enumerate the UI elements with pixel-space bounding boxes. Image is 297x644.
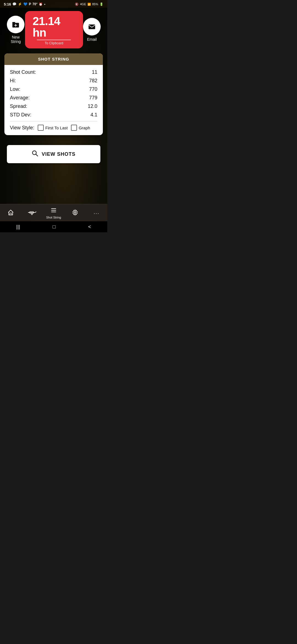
temperature-display: 70° — [32, 2, 37, 6]
android-recent-button[interactable]: ||| — [16, 224, 20, 230]
velocity-underline — [37, 40, 71, 40]
wifi-icon: 📶 — [87, 3, 91, 6]
email-button[interactable]: Email — [83, 18, 101, 42]
nav-more-button[interactable]: ··· — [88, 211, 105, 216]
status-time: 5:16 — [4, 2, 11, 6]
velocity-display: 21.14 hn To Clipboard — [25, 11, 83, 48]
stat-value-average: 779 — [89, 95, 97, 101]
card-body: Shot Count: 11 Hi: 782 Low: 770 Average:… — [4, 65, 103, 135]
nav-shot-string-button[interactable]: Shot String — [45, 208, 62, 219]
stat-label-low: Low: — [10, 86, 20, 92]
card-divider — [10, 121, 97, 121]
nav-settings-button[interactable] — [67, 209, 83, 217]
stat-label-stddev: STD Dev: — [10, 112, 31, 118]
folder-plus-icon — [12, 21, 20, 28]
svg-rect-3 — [89, 24, 95, 29]
nav-home-button[interactable] — [2, 209, 19, 217]
clipboard-hint: To Clipboard — [45, 41, 63, 45]
stat-row-low: Low: 770 — [10, 86, 97, 92]
mute-icon: 🔇 — [75, 2, 79, 6]
velocity-value: 21.14 hn — [33, 15, 76, 39]
new-string-label: New String — [7, 35, 25, 44]
android-back-button[interactable]: < — [88, 224, 91, 230]
view-style-label: View Style: — [10, 125, 34, 131]
email-icon — [88, 23, 96, 31]
email-icon-circle — [83, 18, 101, 36]
checkbox-first-to-last[interactable]: First To Last — [38, 125, 68, 131]
message-icon: 💬 — [12, 2, 16, 6]
home-icon — [7, 209, 14, 217]
stat-label-average: Average: — [10, 95, 30, 101]
stat-row-spread: Spread: 12.0 — [10, 103, 97, 109]
stat-row-shot-count: Shot Count: 11 — [10, 69, 97, 75]
svg-line-5 — [36, 154, 38, 156]
checkbox-graph-box[interactable] — [71, 125, 77, 131]
stat-value-low: 770 — [89, 86, 97, 92]
shot-string-card: SHOT STRING Shot Count: 11 Hi: 782 Low: … — [4, 53, 103, 135]
status-left: 5:16 💬 ⚡ 💙 P 70° ⏰ ● — [4, 2, 45, 6]
new-string-icon-circle — [7, 16, 24, 33]
signal-label: 4GE — [80, 2, 86, 6]
checkbox-graph-label: Graph — [79, 125, 90, 130]
checkbox-first-to-last-label: First To Last — [45, 125, 68, 130]
card-header: SHOT STRING — [4, 53, 103, 65]
dot-indicator: ● — [44, 3, 45, 6]
gear-icon — [72, 209, 78, 217]
status-bar: 5:16 💬 ⚡ 💙 P 70° ⏰ ● 🔇 4GE 📶 85% 🔋 — [0, 0, 107, 8]
svg-line-9 — [35, 212, 36, 212]
new-string-button[interactable]: New String — [7, 16, 25, 44]
status-right: 🔇 4GE 📶 85% 🔋 — [75, 2, 103, 6]
nav-shot-string-label: Shot String — [46, 216, 61, 219]
battery-label: 85% — [92, 2, 98, 6]
card-header-text: SHOT STRING — [38, 57, 69, 61]
fb-messenger-icon: 💙 — [23, 2, 28, 6]
checkbox-first-to-last-box[interactable] — [38, 125, 44, 131]
paypal-icon: P — [29, 2, 31, 6]
stat-value-shot-count: 11 — [92, 69, 97, 75]
android-nav-bar: ||| □ < — [0, 221, 107, 232]
rifle-icon — [28, 210, 36, 217]
email-label: Email — [87, 37, 97, 42]
search-icon — [32, 150, 38, 158]
list-icon — [50, 208, 57, 215]
checkbox-graph[interactable]: Graph — [71, 125, 90, 131]
stat-label-spread: Spread: — [10, 103, 27, 109]
android-home-button[interactable]: □ — [53, 224, 56, 230]
svg-rect-10 — [31, 213, 32, 215]
alarm-icon: ⏰ — [39, 2, 43, 6]
stat-value-stddev: 4.1 — [90, 112, 97, 118]
stat-row-average: Average: 779 — [10, 95, 97, 101]
bottom-nav: Shot String ··· — [0, 204, 107, 221]
more-icon: ··· — [94, 211, 99, 216]
stat-value-hi: 782 — [89, 78, 97, 84]
main-content: SHOT STRING Shot Count: 11 Hi: 782 Low: … — [0, 51, 107, 163]
stat-label-hi: Hi: — [10, 78, 16, 84]
stat-row-stddev: STD Dev: 4.1 — [10, 112, 97, 118]
nav-rifle-button[interactable] — [24, 210, 40, 217]
view-style-row: View Style: First To Last Graph — [10, 125, 97, 131]
top-bar: New String 21.14 hn To Clipboard Email — [0, 8, 107, 51]
battery-icon: 🔋 — [100, 2, 103, 6]
stat-label-shot-count: Shot Count: — [10, 69, 36, 75]
svg-point-14 — [74, 212, 76, 213]
stat-row-hi: Hi: 782 — [10, 78, 97, 84]
stat-value-spread: 12.0 — [88, 103, 97, 109]
messenger-icon: ⚡ — [18, 2, 22, 6]
svg-rect-6 — [10, 213, 12, 215]
view-shots-button[interactable]: VIEW SHOTS — [7, 145, 100, 163]
view-shots-label: VIEW SHOTS — [42, 151, 75, 157]
